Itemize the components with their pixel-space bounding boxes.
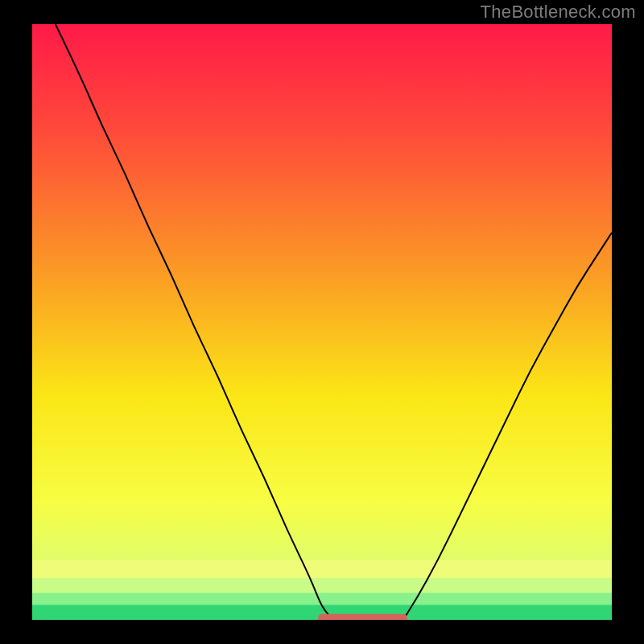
plot-area [32,24,612,620]
svg-rect-0 [32,560,612,578]
chart-frame: TheBottleneck.com [0,0,644,644]
svg-rect-2 [32,593,612,605]
watermark-text: TheBottleneck.com [481,2,636,23]
gradient-background [32,24,612,620]
bottleneck-chart [32,24,612,620]
svg-rect-1 [32,578,612,593]
bottom-bands [32,560,612,620]
